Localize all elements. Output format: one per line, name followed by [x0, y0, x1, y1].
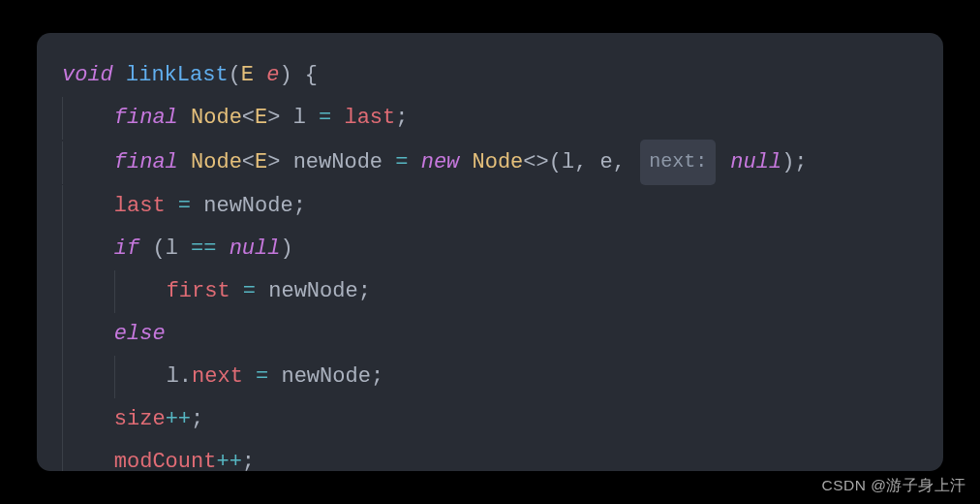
field-modcount: modCount: [114, 450, 217, 471]
function-name: linkLast: [126, 63, 229, 87]
op-eqeq: ==: [191, 236, 216, 261]
type-E: E: [241, 63, 254, 87]
var-newnode: newNode: [268, 279, 357, 303]
var-newnode: newNode: [281, 364, 370, 389]
code-line-3: final Node<E> newNode = new Node<>(l, e,…: [62, 140, 918, 185]
keyword-null: null: [230, 236, 281, 261]
op-assign: =: [243, 279, 256, 303]
code-line-4: last = newNode;: [62, 185, 918, 228]
op-plusplus: ++: [166, 407, 191, 431]
var-l: l: [293, 106, 306, 130]
code-line-10: modCount++;: [62, 441, 918, 471]
prop-next: next: [192, 364, 243, 389]
var-newnode: newNode: [203, 194, 292, 218]
field-size: size: [114, 407, 166, 431]
var-newnode: newNode: [293, 150, 383, 174]
field-last: last: [344, 106, 395, 130]
keyword-final: final: [114, 150, 178, 174]
code-line-5: if (l == null): [62, 228, 918, 270]
keyword-null: null: [730, 150, 781, 174]
op-plusplus: ++: [216, 450, 241, 471]
watermark-text: CSDN @游子身上汗: [822, 476, 966, 496]
code-line-7: else: [62, 313, 918, 356]
op-assign: =: [319, 106, 331, 130]
arg-l: l: [562, 150, 574, 174]
field-first: first: [167, 279, 230, 303]
keyword-void: void: [62, 63, 113, 87]
type-node: Node: [191, 150, 242, 174]
var-l: l: [167, 364, 179, 389]
code-line-9: size++;: [62, 398, 918, 441]
code-line-2: final Node<E> l = last;: [62, 97, 918, 140]
type-node: Node: [191, 106, 242, 130]
code-line-1: void linkLast(E e) {: [62, 54, 918, 97]
field-last: last: [114, 194, 166, 218]
code-line-8: l.next = newNode;: [62, 356, 918, 398]
arg-e: e: [600, 150, 613, 174]
var-l: l: [166, 236, 178, 261]
op-assign: =: [256, 364, 268, 389]
keyword-new: new: [421, 150, 460, 174]
type-node-ctor: Node: [473, 150, 524, 174]
parameter-hint: next:: [640, 140, 716, 185]
type-E: E: [255, 150, 267, 174]
keyword-final: final: [114, 106, 178, 130]
type-E: E: [255, 106, 267, 130]
keyword-else: else: [114, 322, 166, 346]
keyword-if: if: [114, 236, 139, 261]
op-assign: =: [178, 194, 191, 218]
param-e: e: [266, 63, 279, 87]
code-line-6: first = newNode;: [62, 270, 918, 313]
op-assign: =: [395, 150, 408, 174]
code-block: void linkLast(E e) { final Node<E> l = l…: [37, 33, 943, 471]
